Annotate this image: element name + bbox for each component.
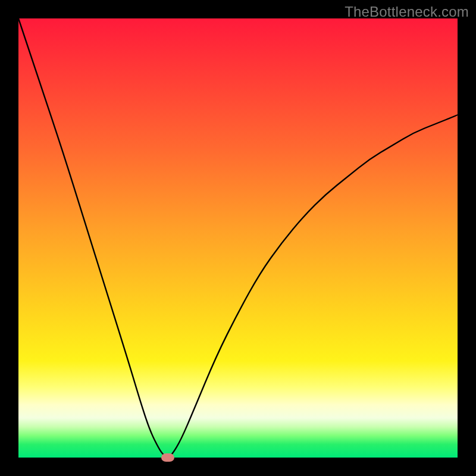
chart-stage: TheBottleneck.com [0,0,476,476]
bottleneck-curve [18,18,458,458]
watermark-text: TheBottleneck.com [345,4,469,20]
plot-area [18,18,458,458]
optimum-marker [161,453,174,462]
curve-path [18,18,458,457]
